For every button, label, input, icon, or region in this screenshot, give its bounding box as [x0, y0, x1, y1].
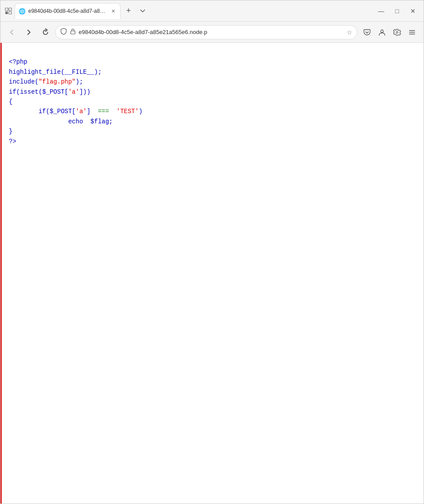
svg-point-5	[381, 30, 383, 32]
nav-right-controls	[360, 25, 419, 39]
bookmark-star-icon[interactable]: ☆	[347, 29, 352, 36]
svg-rect-3	[9, 11, 11, 14]
tab-bar: 🌐 e9840d4b-00d8-4c5e-a8d7-a85e21a565e6.n…	[4, 0, 371, 21]
php-paren-close: );	[94, 69, 102, 76]
shield-icon	[60, 28, 67, 36]
account-button[interactable]	[375, 25, 389, 39]
tab-title: e9840d4b-00d8-4c5e-a8d7-a85e21a565e6.nod…	[28, 8, 107, 14]
php-dunder-file: __FILE__	[64, 69, 94, 76]
php-brace-close: }	[9, 128, 12, 135]
php-echo-semi: ;	[109, 118, 113, 125]
php-isset-paren: (	[16, 88, 20, 95]
php-highlight-file: highlight_file	[9, 69, 61, 76]
php-brace-open: {	[9, 98, 12, 105]
svg-rect-2	[5, 11, 8, 14]
php-include-paren: (	[35, 78, 38, 85]
extensions-button[interactable]	[390, 25, 404, 39]
browser-menu-button[interactable]	[405, 25, 419, 39]
php-test-string: 'TEST'	[117, 108, 139, 115]
php-inner-bracket-close: ]	[87, 108, 90, 115]
minimize-button[interactable]: —	[374, 4, 388, 18]
forward-button[interactable]	[22, 25, 36, 39]
address-text: e9840d4b-00d8-4c5e-a8d7-a85e21a565e6.nod…	[79, 29, 344, 35]
maximize-button[interactable]: □	[390, 4, 404, 18]
address-bar[interactable]: e9840d4b-00d8-4c5e-a8d7-a85e21a565e6.nod…	[55, 25, 357, 39]
php-inner-if: if	[38, 108, 46, 115]
php-if-isset: if	[9, 88, 16, 95]
svg-rect-4	[71, 31, 75, 34]
php-include-close: );	[76, 78, 83, 85]
php-inner-post-var: $_POST	[49, 108, 72, 115]
php-inner-key: 'a'	[76, 108, 87, 115]
php-close-tag: ?>	[9, 138, 16, 145]
php-include-keyword: include	[9, 78, 35, 85]
close-button[interactable]: ✕	[406, 4, 420, 18]
lock-icon	[70, 28, 76, 36]
tab-favicon: 🌐	[19, 8, 26, 15]
tab-back-icon	[4, 7, 13, 15]
svg-rect-1	[9, 8, 11, 11]
php-strict-equal: ===	[98, 108, 109, 115]
php-inner-paren-close: )	[139, 108, 142, 115]
php-inner-bracket: [	[72, 108, 76, 115]
php-echo-keyword: echo	[68, 118, 83, 125]
php-post-key: 'a'	[68, 88, 79, 95]
php-isset-func: isset	[20, 88, 38, 95]
php-open-tag: <?php	[9, 58, 27, 65]
svg-point-6	[396, 31, 398, 33]
new-tab-button[interactable]: +	[122, 5, 135, 17]
browser-window: 🌐 e9840d4b-00d8-4c5e-a8d7-a85e21a565e6.n…	[0, 0, 424, 504]
pocket-button[interactable]	[360, 25, 374, 39]
window-controls: — □ ✕	[374, 4, 420, 18]
nav-bar: e9840d4b-00d8-4c5e-a8d7-a85e21a565e6.nod…	[0, 22, 424, 43]
svg-rect-0	[5, 8, 8, 11]
back-button[interactable]	[5, 25, 19, 39]
php-flag-var: $flag	[91, 118, 109, 125]
php-post-var: $_POST	[42, 88, 64, 95]
tab-close-button[interactable]: ✕	[110, 8, 117, 15]
active-tab[interactable]: 🌐 e9840d4b-00d8-4c5e-a8d7-a85e21a565e6.n…	[15, 3, 121, 19]
php-paren-open: (	[61, 69, 64, 76]
tab-menu-button[interactable]	[136, 5, 149, 17]
page-content: <?php highlight_file(__FILE__); include(…	[0, 43, 424, 504]
php-isset-arg-paren: (	[38, 88, 42, 95]
reload-button[interactable]	[38, 25, 53, 39]
php-post-bracket-close: ]))	[80, 88, 91, 95]
php-include-path: "flag.php"	[38, 78, 76, 85]
php-code-block: <?php highlight_file(__FILE__); include(…	[9, 47, 416, 156]
title-bar: 🌐 e9840d4b-00d8-4c5e-a8d7-a85e21a565e6.n…	[0, 0, 424, 22]
